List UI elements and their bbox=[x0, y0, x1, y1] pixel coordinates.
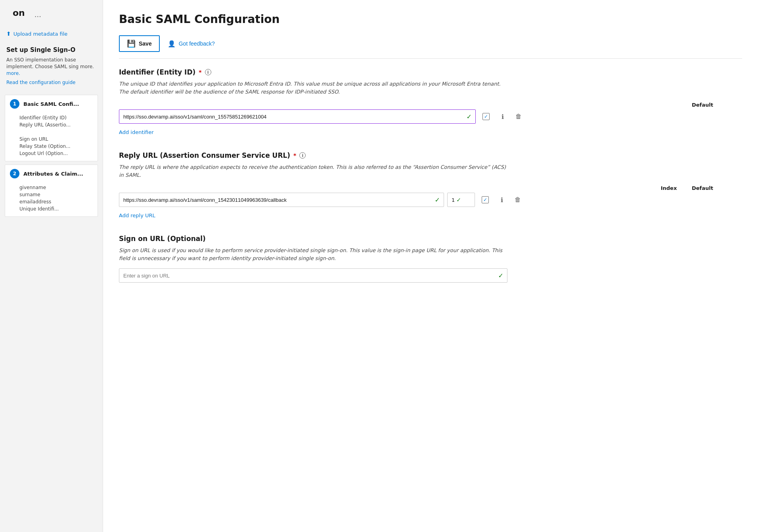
sign-on-url-input[interactable] bbox=[119, 268, 507, 283]
step-item: surname bbox=[19, 191, 93, 198]
upload-icon: ⬆ bbox=[6, 31, 11, 37]
identifier-input-wrap: ✓ bbox=[119, 109, 476, 124]
step-1-container: 1 Basic SAML Confi... Identifier (Entity… bbox=[5, 95, 98, 161]
reply-info-icon[interactable]: i bbox=[299, 152, 306, 159]
step-item: Relay State (Option... bbox=[19, 143, 93, 150]
feedback-icon: 👤 bbox=[168, 40, 176, 48]
col-header-default: Default bbox=[687, 102, 718, 108]
index-value: 1 bbox=[452, 197, 455, 203]
required-star: * bbox=[293, 152, 296, 159]
identifier-check-icon: ✓ bbox=[467, 113, 472, 121]
step-item: Logout Url (Option... bbox=[19, 150, 93, 157]
reply-info-button[interactable]: ℹ bbox=[496, 193, 508, 206]
step-item bbox=[19, 128, 93, 136]
col-header-index: Index bbox=[651, 185, 687, 191]
checkbox-check-icon: ✓ bbox=[484, 114, 488, 119]
sign-on-input-row: ✓ bbox=[119, 268, 742, 283]
step-2-container: 2 Attributes & Claim... givenname surnam… bbox=[5, 165, 98, 217]
feedback-button[interactable]: 👤 Got feedback? bbox=[163, 37, 220, 51]
step-item: Reply URL (Assertio... bbox=[19, 121, 93, 128]
step-item: Identifier (Entity ID) bbox=[19, 114, 93, 121]
info-icon[interactable]: i bbox=[205, 69, 211, 75]
add-identifier-link[interactable]: Add identifier bbox=[119, 129, 154, 135]
step-item: Sign on URL bbox=[19, 136, 93, 143]
reply-url-input-wrap: ✓ bbox=[119, 193, 444, 207]
feedback-label: Got feedback? bbox=[179, 40, 215, 47]
sidebar-desc: An SSO implementation base implement. Ch… bbox=[0, 57, 103, 80]
step-1-items: Identifier (Entity ID) Reply URL (Assert… bbox=[5, 113, 98, 161]
step-1-header: 1 Basic SAML Confi... bbox=[5, 95, 98, 113]
sidebar-section-title: Set up Single Sign-O bbox=[0, 40, 103, 57]
reply-url-input[interactable] bbox=[119, 193, 444, 207]
page-title: Basic SAML Configuration bbox=[119, 13, 742, 26]
sidebar: on ... ⬆ Upload metadata file Set up Sin… bbox=[0, 0, 103, 532]
reply-check-icon: ✓ bbox=[435, 196, 440, 204]
reply-col-headers: Index Default bbox=[119, 185, 742, 191]
identifier-input-row: ✓ ✓ ℹ 🗑 bbox=[119, 109, 742, 124]
save-icon: 💾 bbox=[127, 39, 136, 48]
main-content: Basic SAML Configuration 💾 Save 👤 Got fe… bbox=[103, 0, 758, 532]
more-link[interactable]: more. bbox=[6, 71, 20, 76]
sign-on-check-icon: ✓ bbox=[498, 272, 503, 279]
sign-on-input-wrap: ✓ bbox=[119, 268, 507, 283]
step-2-items: givenname surname emailaddress Unique Id… bbox=[5, 182, 98, 216]
upload-metadata-button[interactable]: ⬆ Upload metadata file bbox=[0, 27, 103, 40]
required-star: * bbox=[199, 69, 201, 75]
reply-url-input-row: ✓ 1 ✓ ✓ ℹ 🗑 bbox=[119, 193, 742, 207]
sign-on-url-section-title: Sign on URL (Optional) bbox=[119, 235, 742, 243]
upload-label: Upload metadata file bbox=[13, 31, 68, 37]
step-1-label: Basic SAML Confi... bbox=[23, 101, 79, 107]
identifier-col-headers: Default bbox=[119, 102, 742, 108]
step-item: givenname bbox=[19, 184, 93, 191]
index-box: 1 ✓ bbox=[447, 193, 475, 207]
sidebar-title: on bbox=[6, 8, 31, 21]
reply-url-section-title: Reply URL (Assertion Consumer Service UR… bbox=[119, 151, 742, 159]
toolbar: 💾 Save 👤 Got feedback? bbox=[119, 35, 742, 59]
identifier-section: Identifier (Entity ID) * i The unique ID… bbox=[119, 68, 742, 136]
sign-on-url-section: Sign on URL (Optional) Sign on URL is us… bbox=[119, 235, 742, 283]
step-2-label: Attributes & Claim... bbox=[23, 171, 83, 177]
sign-on-url-desc: Sign on URL is used if you would like to… bbox=[119, 247, 507, 262]
identifier-delete-button[interactable]: 🗑 bbox=[512, 110, 525, 123]
index-check-icon: ✓ bbox=[456, 197, 461, 203]
add-identifier-label: Add identifier bbox=[119, 129, 154, 135]
step-item: emailaddress bbox=[19, 198, 93, 205]
identifier-info-button[interactable]: ℹ bbox=[496, 110, 509, 123]
reply-default-checkbox[interactable]: ✓ bbox=[482, 196, 489, 203]
identifier-section-desc: The unique ID that identifies your appli… bbox=[119, 80, 507, 96]
add-reply-url-label: Add reply URL bbox=[119, 212, 155, 218]
reply-url-section: Reply URL (Assertion Consumer Service UR… bbox=[119, 151, 742, 219]
step-2-badge: 2 bbox=[10, 169, 19, 178]
identifier-input[interactable] bbox=[119, 109, 476, 124]
step-2-header: 2 Attributes & Claim... bbox=[5, 165, 98, 182]
checkbox-check-icon: ✓ bbox=[483, 197, 487, 203]
reply-default-checkbox-cell: ✓ bbox=[478, 193, 492, 207]
save-label: Save bbox=[139, 40, 152, 47]
add-reply-url-link[interactable]: Add reply URL bbox=[119, 212, 155, 218]
col-header-default: Default bbox=[687, 185, 718, 191]
step-item: Unique Identifi... bbox=[19, 205, 93, 212]
identifier-default-checkbox[interactable]: ✓ bbox=[482, 113, 490, 120]
sidebar-dots: ... bbox=[31, 10, 44, 19]
reply-url-desc: The reply URL is where the application e… bbox=[119, 163, 507, 179]
save-button[interactable]: 💾 Save bbox=[119, 35, 160, 52]
reply-delete-button[interactable]: 🗑 bbox=[511, 193, 524, 206]
step-1-badge: 1 bbox=[10, 99, 19, 109]
sidebar-header: on ... bbox=[0, 8, 103, 27]
config-guide-link[interactable]: Read the configuration guide bbox=[0, 80, 103, 92]
identifier-default-checkbox-cell: ✓ bbox=[479, 109, 493, 124]
identifier-section-title: Identifier (Entity ID) * i bbox=[119, 68, 742, 76]
